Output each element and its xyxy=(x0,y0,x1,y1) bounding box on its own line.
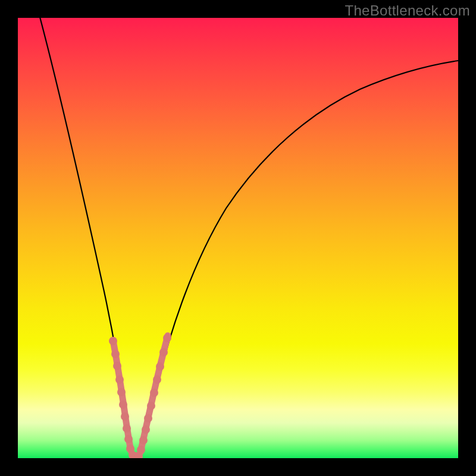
bead xyxy=(139,436,148,444)
curve-svg xyxy=(18,18,458,458)
bead xyxy=(147,402,155,410)
bead xyxy=(142,425,150,434)
bead xyxy=(144,414,152,422)
bead xyxy=(156,362,164,371)
bead xyxy=(117,388,126,396)
bead xyxy=(113,362,121,370)
plot-area xyxy=(18,18,458,458)
bead xyxy=(121,412,129,421)
bead xyxy=(111,350,120,358)
bead xyxy=(137,446,145,454)
curve-right-arm xyxy=(140,61,458,456)
bead xyxy=(159,348,168,356)
bead xyxy=(123,424,131,433)
bead xyxy=(163,334,171,342)
bead xyxy=(115,375,124,384)
watermark-text: TheBottleneck.com xyxy=(345,2,470,19)
chart-stage: TheBottleneck.com xyxy=(0,0,476,476)
bead xyxy=(119,400,127,409)
bead xyxy=(150,389,158,397)
bead xyxy=(109,337,117,345)
bead xyxy=(153,375,161,384)
bead xyxy=(124,435,133,443)
